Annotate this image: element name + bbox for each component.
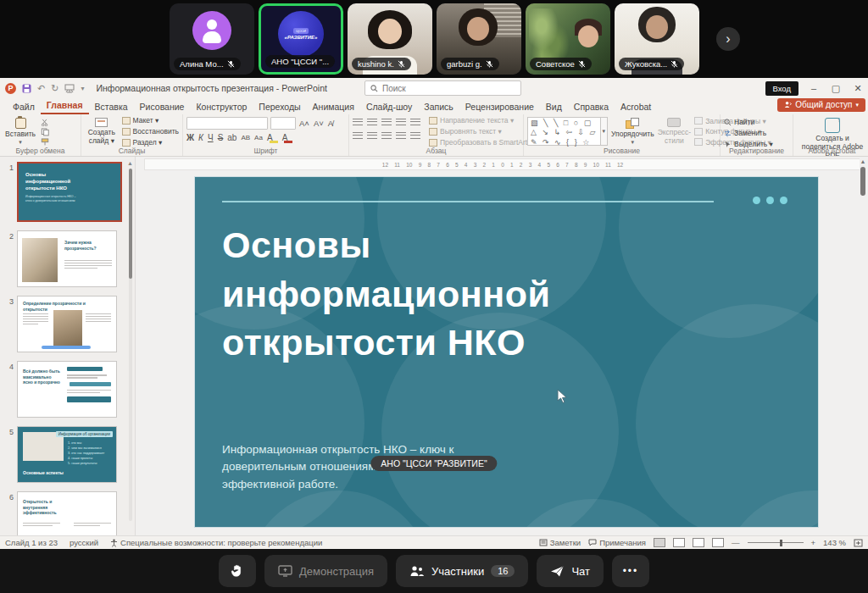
reset-button[interactable]: Восстановить <box>122 127 179 136</box>
shapes-gallery[interactable]: ▧ ╲ ╲ □ ○ ▢ △ ↘ ↳ ⇦ ⇩ ▱ ✎ ↷ ∿ { } ☆ <box>527 117 601 146</box>
slide-sorter-view-button[interactable] <box>673 538 685 547</box>
qat-dropdown-icon[interactable]: ▾ <box>81 85 84 92</box>
share-access-button[interactable]: Общий доступ ▾ <box>777 98 865 112</box>
reading-view-button[interactable] <box>693 538 704 547</box>
comments-toggle[interactable]: Примечания <box>588 538 646 547</box>
align-text-button[interactable]: Выровнять текст ▾ <box>429 127 533 136</box>
close-button[interactable]: ✕ <box>851 83 865 94</box>
find-button[interactable]: Найти <box>724 118 789 126</box>
columns-icon[interactable] <box>410 132 420 141</box>
redo-icon[interactable]: ↻ <box>51 83 58 94</box>
bold-button[interactable]: Ж <box>186 133 194 142</box>
paste-button[interactable]: Вставить ▾ <box>3 117 37 146</box>
font-size-select[interactable] <box>270 117 296 130</box>
align-left-icon[interactable] <box>353 132 363 141</box>
slideshow-view-button[interactable] <box>712 538 724 547</box>
indent-increase-icon[interactable] <box>396 119 406 127</box>
align-center-icon[interactable] <box>367 132 377 141</box>
participant-tile-active-speaker[interactable]: ЦССИ «РАЗВИТИЕ» АНО "ЦССИ "... <box>259 3 343 75</box>
chat-button[interactable]: Чат <box>537 555 604 587</box>
format-painter-icon[interactable] <box>41 138 50 146</box>
slide-thumbnail[interactable]: Зачем нужна прозрачность? <box>17 230 117 287</box>
slideshow-icon[interactable] <box>64 84 75 93</box>
undo-icon[interactable]: ↶ <box>37 83 45 94</box>
slide-thumbnail[interactable]: Открытость и внутренняя эффективность <box>17 491 117 535</box>
participant-tile[interactable]: Жуковска... <box>615 3 699 75</box>
scroll-up-icon[interactable]: ▲ <box>127 160 133 166</box>
zoom-out-button[interactable]: — <box>732 538 740 547</box>
copy-icon[interactable] <box>41 128 50 136</box>
line-spacing-icon[interactable] <box>410 119 420 127</box>
indent-decrease-icon[interactable] <box>381 119 392 127</box>
raise-hand-button[interactable] <box>219 555 256 587</box>
tab-file[interactable]: Файл <box>7 100 41 114</box>
tab-slideshow[interactable]: Слайд-шоу <box>360 100 418 114</box>
zoom-slider[interactable] <box>748 542 804 543</box>
cut-icon[interactable] <box>41 119 50 126</box>
slide-canvas[interactable]: Основы информационной открытости НКО Инф… <box>195 177 818 527</box>
participants-button[interactable]: Участники 16 <box>396 555 528 587</box>
shapes-more-button[interactable]: ▾ <box>601 117 609 146</box>
fit-to-window-icon[interactable] <box>854 539 863 547</box>
tab-insert[interactable]: Вставка <box>89 100 134 114</box>
language-indicator[interactable]: русский <box>70 538 98 547</box>
notes-toggle[interactable]: Заметки <box>539 538 581 547</box>
normal-view-button[interactable] <box>654 538 665 547</box>
font-name-select[interactable] <box>186 117 268 130</box>
section-button[interactable]: Раздел ▾ <box>122 138 179 147</box>
arrange-button[interactable]: Упорядочить ▾ <box>611 117 654 146</box>
participant-tile[interactable]: Советское <box>526 3 610 75</box>
zoom-in-button[interactable]: + <box>811 538 816 547</box>
maximize-button[interactable]: ▢ <box>829 83 843 94</box>
slide-thumbnail[interactable]: Всё должно быть максимально ясно и прозр… <box>17 361 117 418</box>
change-case-button[interactable]: Аа <box>254 134 263 141</box>
increase-font-icon[interactable]: A˄ <box>298 119 310 128</box>
slide-title[interactable]: Основы информационной открытости НКО <box>222 221 550 368</box>
smartart-button[interactable]: Преобразовать в SmartArt ▾ <box>429 138 533 147</box>
replace-button[interactable]: Заменить <box>724 129 789 137</box>
save-icon[interactable] <box>22 84 31 93</box>
numbering-icon[interactable] <box>367 119 377 127</box>
screen-share-button[interactable]: Демонстрация <box>264 555 387 587</box>
zoom-level[interactable]: 143 % <box>823 538 846 547</box>
slide-thumbnail[interactable]: Определение прозрачности и открытости <box>17 296 117 352</box>
search-input[interactable]: Поиск <box>364 80 521 96</box>
tab-transitions[interactable]: Переходы <box>253 100 306 114</box>
editor-scrollbar[interactable]: ▲ <box>860 158 866 531</box>
tab-view[interactable]: Вид <box>540 100 568 114</box>
tab-draw[interactable]: Рисование <box>134 100 191 114</box>
zoom-slider-knob[interactable] <box>780 540 782 546</box>
layout-button[interactable]: Макет ▾ <box>122 116 179 125</box>
more-options-button[interactable]: ••• <box>612 555 649 587</box>
tab-animations[interactable]: Анимация <box>307 100 360 114</box>
slide-thumbnail-selected[interactable]: Основы информационной открытости НКО Инф… <box>17 162 122 222</box>
next-participants-button[interactable]: › <box>716 27 740 51</box>
tab-review[interactable]: Рецензирование <box>459 100 540 114</box>
minimize-button[interactable]: – <box>807 83 821 93</box>
scrollbar-thumb[interactable] <box>129 169 132 279</box>
tab-acrobat[interactable]: Acrobat <box>615 100 657 114</box>
participant-tile[interactable]: kushino k. <box>348 3 432 75</box>
new-slide-button[interactable]: Создать слайд ▾ <box>85 117 119 146</box>
scroll-up-icon[interactable]: ▲ <box>860 158 866 164</box>
char-spacing-button[interactable]: АВ <box>241 134 250 141</box>
strikethrough-button[interactable]: S <box>218 133 224 142</box>
decrease-font-icon[interactable]: A˅ <box>313 119 325 128</box>
slide-thumbnail[interactable]: Информация об организации 1. кто мы2. че… <box>17 426 117 483</box>
align-right-icon[interactable] <box>381 132 392 141</box>
italic-button[interactable]: К <box>198 133 203 142</box>
tab-design[interactable]: Конструктор <box>190 100 253 114</box>
tab-record[interactable]: Запись <box>418 100 459 114</box>
accessibility-status[interactable]: Специальные возможности: проверьте реком… <box>110 538 322 547</box>
bullets-icon[interactable] <box>353 119 363 127</box>
underline-button[interactable]: Ч <box>208 133 214 142</box>
thumbnail-scrollbar[interactable]: ▲ <box>127 160 133 529</box>
participant-tile[interactable]: Алина Мо... <box>170 3 254 75</box>
participant-tile[interactable]: garbuzi g. <box>437 3 521 75</box>
clear-format-icon[interactable]: A̸ <box>327 119 334 128</box>
scrollbar-thumb[interactable] <box>860 167 865 196</box>
text-shadow-button[interactable]: ab <box>227 133 236 142</box>
justify-icon[interactable] <box>396 132 406 141</box>
tab-home[interactable]: Главная <box>41 98 89 114</box>
quick-styles-button[interactable]: Экспресс-стили <box>658 117 692 146</box>
